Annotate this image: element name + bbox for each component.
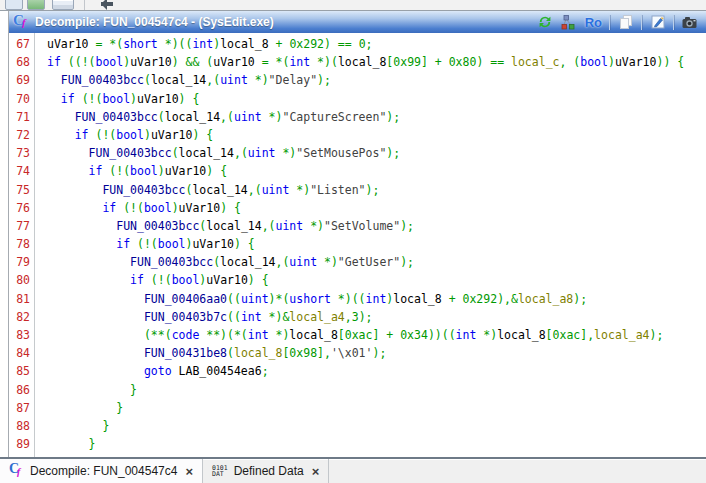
code-token[interactable]: ] + xyxy=(372,328,400,342)
code-token[interactable]: local_a4 xyxy=(594,328,649,342)
code-token[interactable]: ); xyxy=(386,146,400,160)
code-line[interactable]: 80if (!(bool)uVar10) { xyxy=(9,271,706,289)
code-token[interactable]: local_8 xyxy=(497,328,545,342)
code-token[interactable]: local_8 xyxy=(393,292,441,306)
code-token[interactable]: , ( xyxy=(559,55,580,69)
code-token[interactable]: bool xyxy=(95,55,123,69)
code-token[interactable]: int xyxy=(456,328,477,342)
code-token[interactable]: (( xyxy=(227,292,241,306)
code-token[interactable]: if xyxy=(75,128,89,142)
code-token[interactable]: } xyxy=(116,401,123,415)
code-token[interactable]: short xyxy=(123,37,158,51)
code-token[interactable]: )*( xyxy=(269,292,290,306)
code-token[interactable]: (!( xyxy=(116,201,144,215)
code-token[interactable]: + xyxy=(269,37,290,51)
code-token[interactable]: 0x99 xyxy=(393,55,421,69)
code-token[interactable]: uVar10 xyxy=(151,128,193,142)
code-token[interactable]: local_14 xyxy=(192,183,247,197)
code-token[interactable] xyxy=(172,364,179,378)
code-token[interactable]: ) == xyxy=(476,55,511,69)
code-token[interactable]: if xyxy=(130,273,144,287)
code-line[interactable]: 74if (!(bool)uVar10) { xyxy=(9,162,706,180)
code-line[interactable]: 86} xyxy=(9,381,706,399)
code-token[interactable]: 3 xyxy=(352,310,359,324)
code-line[interactable]: 83(**(code **)(*(int *)local_8[0xac] + 0… xyxy=(9,326,706,344)
code-token[interactable]: ); xyxy=(372,346,386,360)
code-token[interactable]: goto xyxy=(144,364,172,378)
code-token[interactable]: uint xyxy=(248,146,276,160)
code-token[interactable]: ,( xyxy=(276,255,290,269)
code-token[interactable]: } xyxy=(102,419,109,433)
code-token[interactable]: 0xac xyxy=(553,328,581,342)
code-line[interactable]: 67uVar10 = *(short *)((int)local_8 + 0x2… xyxy=(9,35,706,53)
code-line[interactable]: 75FUN_00403bcc(local_14,(uint *)"Listen"… xyxy=(9,181,706,199)
code-token[interactable]: ; xyxy=(262,364,269,378)
code-token[interactable]: ) && ( xyxy=(172,55,214,69)
code-token[interactable]: ((!( xyxy=(61,55,96,69)
code-line[interactable]: 73FUN_00403bcc(local_14,(uint *)"SetMous… xyxy=(9,144,706,162)
code-token[interactable]: (**( xyxy=(144,328,172,342)
snapshot-camera-icon[interactable] xyxy=(681,14,698,31)
close-icon[interactable]: × xyxy=(185,464,193,479)
code-token[interactable]: local_8 xyxy=(220,37,268,51)
code-token[interactable]: code xyxy=(172,328,200,342)
toolbar-icon-partial-2[interactable] xyxy=(27,0,45,10)
code-token[interactable]: 0x80 xyxy=(449,55,477,69)
code-token[interactable]: "CaptureScreen" xyxy=(282,110,386,124)
code-text[interactable]: if (!(bool)uVar10) { xyxy=(35,90,199,108)
code-token[interactable]: } xyxy=(89,437,96,451)
code-token[interactable]: if xyxy=(89,164,103,178)
code-token[interactable]: ) { xyxy=(192,128,213,142)
code-token[interactable]: ( xyxy=(158,110,165,124)
code-token[interactable]: ,( xyxy=(234,146,248,160)
code-text[interactable]: (**(code **)(*(int *)local_8[0xac] + 0x3… xyxy=(35,326,663,344)
code-token[interactable]: bool xyxy=(116,128,144,142)
code-token[interactable]: FUN_00406aa0 xyxy=(144,292,227,306)
code-token[interactable]: ); xyxy=(317,73,331,87)
code-line[interactable]: 85goto LAB_00454ea6; xyxy=(9,362,706,380)
code-token[interactable]: 0x292 xyxy=(289,37,324,51)
code-text[interactable]: FUN_00403bcc(local_14,(uint *)"SetVolume… xyxy=(35,217,414,235)
code-token[interactable]: (!( xyxy=(130,237,158,251)
code-token[interactable]: ) { xyxy=(179,92,200,106)
code-token[interactable]: ,( xyxy=(206,73,220,87)
code-token[interactable]: FUN_00403bcc xyxy=(102,183,185,197)
code-text[interactable]: if (!(bool)uVar10) { xyxy=(35,271,269,289)
code-token[interactable]: *)& xyxy=(262,310,290,324)
code-token[interactable]: (!( xyxy=(75,92,103,106)
code-token[interactable]: + xyxy=(442,292,463,306)
code-text[interactable]: FUN_00406aa0((uint)*(ushort *)((int)loca… xyxy=(35,290,587,308)
toolbar-icon-partial-1[interactable] xyxy=(5,0,23,10)
code-token[interactable]: ushort xyxy=(289,292,331,306)
code-token[interactable]: ); xyxy=(400,255,414,269)
code-token[interactable]: ,( xyxy=(262,219,276,233)
code-token[interactable]: *)(( xyxy=(331,292,366,306)
code-token[interactable]: [ xyxy=(338,328,345,342)
code-token[interactable]: local_8 xyxy=(338,55,386,69)
code-text[interactable]: FUN_00431be8(local_8[0x98],'\x01'); xyxy=(35,344,386,362)
code-token[interactable]: local_14 xyxy=(206,219,261,233)
code-token[interactable]: FUN_00403b7c xyxy=(144,310,227,324)
close-icon[interactable]: × xyxy=(312,464,320,479)
code-token[interactable]: 0x292 xyxy=(463,292,498,306)
code-token[interactable]: ); xyxy=(573,292,587,306)
code-token[interactable]: local_8 xyxy=(289,328,337,342)
code-text[interactable]: if (!(bool)uVar10) { xyxy=(35,126,213,144)
code-text[interactable]: goto LAB_00454ea6; xyxy=(35,362,269,380)
code-token[interactable]: uVar10 xyxy=(47,37,89,51)
code-token[interactable]: *)(( xyxy=(158,37,193,51)
code-text[interactable]: uVar10 = *(short *)((int)local_8 + 0x292… xyxy=(35,35,373,53)
code-token[interactable]: ) { xyxy=(248,273,269,287)
code-token[interactable]: ))(( xyxy=(428,328,456,342)
code-text[interactable]: } xyxy=(35,417,109,435)
code-token[interactable]: uVar10 xyxy=(137,92,179,106)
code-token[interactable]: FUN_00403bcc xyxy=(61,73,144,87)
code-line[interactable]: 71FUN_00403bcc(local_14,(uint *)"Capture… xyxy=(9,108,706,126)
code-token[interactable]: *)( xyxy=(310,55,338,69)
code-token[interactable]: (!( xyxy=(89,128,117,142)
code-token[interactable]: local_c xyxy=(511,55,559,69)
code-token[interactable]: ,( xyxy=(248,183,262,197)
code-token[interactable]: ], xyxy=(317,346,331,360)
tab-defined-data[interactable]: 0101 DAT Defined Data × xyxy=(203,459,329,483)
code-text[interactable]: FUN_00403bcc(local_14,(uint *)"CaptureSc… xyxy=(35,108,400,126)
